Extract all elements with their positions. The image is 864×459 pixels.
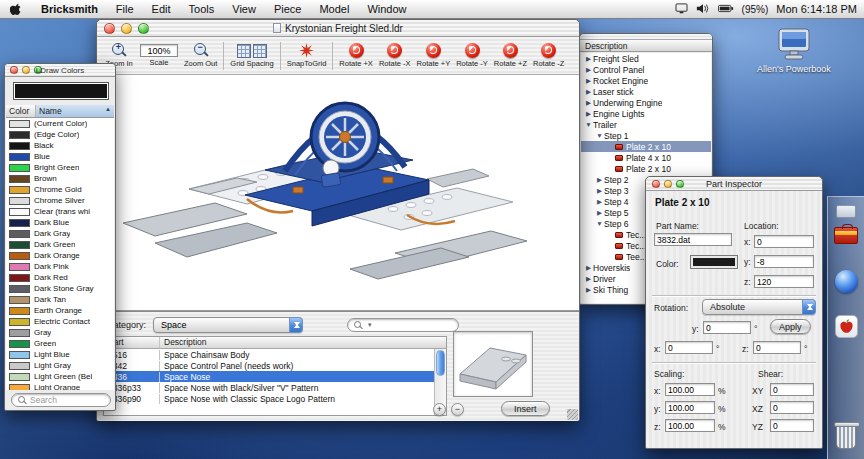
parts-table-row[interactable]: 2336p33 Space Nose with Black/Silver "V"… — [104, 382, 446, 393]
menu-item[interactable]: Bricksmith — [32, 0, 107, 18]
parts-table-row[interactable]: 2336 Space Nose — [104, 371, 446, 382]
menu-item[interactable]: Edit — [143, 0, 180, 18]
tree-item[interactable]: ▼ Step 1 — [581, 130, 711, 141]
tree-item[interactable]: ▼ Trailer — [581, 119, 711, 130]
battery-icon[interactable] — [718, 3, 734, 15]
column-header-name[interactable]: Name ▲ — [36, 105, 114, 117]
category-popup[interactable]: Space — [153, 317, 303, 333]
disclosure-triangle[interactable]: ▶ — [595, 176, 604, 184]
rotate-button[interactable]: Rotate +Y — [414, 42, 454, 69]
location-y-field[interactable] — [754, 255, 814, 268]
tree-item[interactable]: ▶ Rocket Engine — [581, 75, 711, 86]
toolbox-app-icon[interactable] — [834, 227, 858, 244]
tree-item[interactable]: ▶ Freight Sled — [581, 53, 711, 64]
menu-clock[interactable]: Mon 6:14:18 PM — [776, 3, 857, 15]
menu-item[interactable]: Piece — [265, 0, 311, 18]
tree-item[interactable]: ▶ Control Panel — [581, 64, 711, 75]
close-button[interactable] — [104, 23, 115, 34]
disclosure-triangle[interactable]: ▶ — [584, 264, 593, 272]
apple-menu[interactable] — [0, 0, 32, 18]
snap-to-grid-button[interactable]: SnapToGrid — [284, 42, 330, 69]
disclosure-triangle[interactable]: ▶ — [584, 286, 593, 294]
color-row[interactable]: Dark Gray — [6, 228, 114, 239]
color-row[interactable]: Dark Stone Gray — [6, 283, 114, 294]
menu-item[interactable]: Model — [310, 0, 358, 18]
color-row[interactable]: Brown — [6, 173, 114, 184]
insert-button[interactable]: Insert — [501, 401, 550, 416]
disclosure-triangle[interactable]: ▶ — [584, 110, 593, 118]
volume-icon[interactable] — [696, 3, 710, 16]
color-row[interactable]: Light Gray — [6, 360, 114, 371]
scale-input[interactable] — [140, 44, 178, 57]
color-row[interactable]: Chrome Silver — [6, 195, 114, 206]
color-well[interactable] — [690, 255, 738, 269]
color-row[interactable]: Green — [6, 338, 114, 349]
zoom-button[interactable] — [138, 23, 149, 34]
parts-table-row[interactable]: 2342 Space Control Panel (needs work) — [104, 360, 446, 371]
scale-y-field[interactable] — [665, 401, 715, 414]
color-row[interactable]: Chrome Gold — [6, 184, 114, 195]
grid-spacing-button[interactable]: Grid Spacing — [227, 43, 276, 69]
model-canvas[interactable] — [97, 75, 579, 311]
preview-zoom-in-button[interactable]: + — [433, 403, 446, 416]
tree-item[interactable]: Plate 2 x 10 — [581, 141, 711, 152]
tree-item[interactable]: Plate 2 x 10 — [581, 163, 711, 174]
color-row[interactable]: Light Blue — [6, 349, 114, 360]
parts-search-input[interactable]: ▾ — [347, 318, 459, 332]
tree-item[interactable]: ▶ Engine Lights — [581, 108, 711, 119]
color-row[interactable]: Gray — [6, 327, 114, 338]
desktop-icon-computer[interactable]: Allen's Powerbook — [756, 28, 832, 74]
location-z-field[interactable] — [754, 275, 814, 288]
parts-table-row[interactable]: 2516 Space Chainsaw Body — [104, 349, 446, 360]
disclosure-triangle[interactable]: ▶ — [584, 99, 593, 107]
rotate-button[interactable]: Rotate -Y — [453, 42, 491, 69]
zoom-out-button[interactable]: − Zoom Out — [181, 42, 220, 69]
disclosure-triangle[interactable]: ▶ — [595, 187, 604, 195]
menu-item[interactable]: Tools — [180, 0, 224, 18]
color-row[interactable]: Electric Contact — [6, 316, 114, 327]
colors-title-bar[interactable]: LDraw Colors — [5, 64, 115, 77]
color-row[interactable]: Bright Green — [6, 162, 114, 173]
disclosure-triangle[interactable]: ▶ — [584, 55, 593, 63]
column-header-description[interactable]: Description — [160, 337, 446, 348]
shear-xz-field[interactable] — [770, 401, 814, 414]
disclosure-triangle[interactable]: ▼ — [584, 121, 593, 128]
rotate-button[interactable]: Rotate -Z — [530, 42, 567, 69]
color-row[interactable]: Dark Orange — [6, 250, 114, 261]
document-title-bar[interactable]: Krystonian Freight Sled.ldr — [97, 20, 579, 37]
color-row[interactable]: Black — [6, 140, 114, 151]
location-x-field[interactable] — [754, 235, 814, 248]
color-row[interactable]: Clear (trans whi — [6, 206, 114, 217]
shear-xy-field[interactable] — [770, 383, 814, 396]
minimize-button[interactable] — [121, 23, 132, 34]
displays-icon[interactable] — [675, 3, 688, 16]
rotation-mode-popup[interactable]: Absolute — [702, 299, 816, 315]
rotate-button[interactable]: Rotate -X — [376, 42, 414, 69]
disclosure-triangle[interactable]: ▼ — [595, 220, 604, 227]
disclosure-triangle[interactable]: ▶ — [595, 198, 604, 206]
color-row[interactable]: Dark Blue — [6, 217, 114, 228]
tree-item[interactable]: Plate 4 x 10 — [581, 152, 711, 163]
color-row[interactable]: Light Orange — [6, 382, 114, 390]
colors-search-input[interactable]: Search — [11, 393, 111, 407]
disclosure-triangle[interactable]: ▶ — [584, 77, 593, 85]
disclosure-triangle[interactable]: ▼ — [595, 132, 604, 139]
parts-table-row[interactable]: 2336p90 Space Nose with Classic Space Lo… — [104, 393, 446, 404]
color-row[interactable]: Blue — [6, 151, 114, 162]
disclosure-triangle[interactable]: ▶ — [584, 275, 593, 283]
color-row[interactable]: (Current Color) — [6, 118, 114, 129]
rotation-z-field[interactable] — [753, 341, 801, 354]
scrollbar-thumb[interactable] — [436, 350, 445, 376]
preview-zoom-out-button[interactable]: − — [451, 403, 464, 416]
color-row[interactable]: Light Green (Bel — [6, 371, 114, 382]
rotate-button[interactable]: Rotate +Z — [491, 42, 530, 69]
color-row[interactable]: Dark Red — [6, 272, 114, 283]
part-name-field[interactable] — [654, 233, 732, 246]
disclosure-triangle[interactable]: ▶ — [584, 88, 593, 96]
menu-item[interactable]: File — [107, 0, 143, 18]
disclosure-triangle[interactable]: ▶ — [584, 66, 593, 74]
column-header-color[interactable]: Color — [6, 105, 36, 117]
disclosure-triangle[interactable]: ▶ — [595, 209, 604, 217]
blue-sphere-app-icon[interactable] — [835, 270, 858, 293]
color-row[interactable]: Dark Pink — [6, 261, 114, 272]
